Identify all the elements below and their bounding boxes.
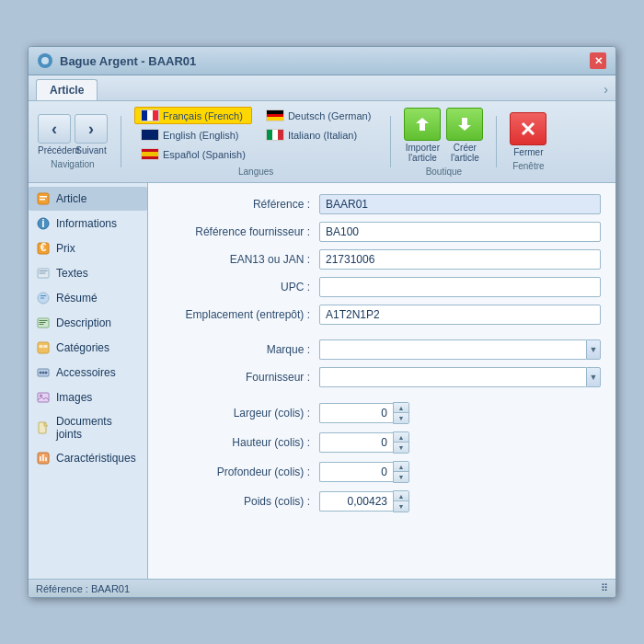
lang-fr-label: Français (French) bbox=[163, 110, 243, 121]
svg-rect-17 bbox=[40, 298, 44, 299]
lang-en-button[interactable]: English (English) bbox=[134, 126, 252, 144]
svg-rect-23 bbox=[40, 345, 43, 348]
close-button[interactable]: Fermer bbox=[510, 112, 546, 157]
sidebar-item-textes[interactable]: Textes bbox=[29, 261, 147, 285]
create-icon bbox=[446, 108, 483, 141]
flag-de-icon bbox=[266, 109, 284, 121]
spacer1 bbox=[163, 332, 601, 339]
marque-dropdown-button[interactable]: ▼ bbox=[586, 339, 601, 360]
svg-rect-6 bbox=[40, 196, 47, 198]
tab-article[interactable]: Article bbox=[36, 79, 98, 100]
toolbar: ‹ › Précédent Suivant Navigation Françai… bbox=[29, 101, 615, 183]
create-button[interactable]: Créerl'article bbox=[446, 108, 483, 163]
sep2 bbox=[390, 116, 391, 167]
svg-point-26 bbox=[40, 372, 42, 374]
nav-buttons: ‹ › bbox=[38, 114, 108, 144]
poids-up-button[interactable]: ▲ bbox=[394, 491, 408, 501]
sidebar-item-resume[interactable]: Résumé bbox=[29, 286, 147, 310]
flag-es-icon bbox=[141, 148, 159, 160]
svg-rect-21 bbox=[40, 324, 44, 325]
sidebar-item-article[interactable]: Article bbox=[29, 187, 147, 211]
sidebar-label-images: Images bbox=[56, 391, 92, 404]
window-title: Bague Argent - BAAR01 bbox=[60, 54, 196, 68]
article-icon bbox=[36, 191, 51, 206]
profondeur-down-button[interactable]: ▼ bbox=[394, 472, 408, 482]
poids-down-button[interactable]: ▼ bbox=[394, 501, 408, 512]
accessoires-icon bbox=[36, 365, 51, 380]
hauteur-input[interactable] bbox=[319, 432, 393, 453]
import-button[interactable]: Importerl'article bbox=[404, 108, 441, 163]
lang-it-button[interactable]: Italiano (Italian) bbox=[259, 126, 377, 144]
profondeur-up-button[interactable]: ▲ bbox=[394, 462, 408, 472]
largeur-up-button[interactable]: ▲ bbox=[394, 403, 408, 413]
largeur-input[interactable] bbox=[319, 403, 393, 423]
lang-es-label: Español (Spanish) bbox=[163, 149, 246, 160]
lang-es-button[interactable]: Español (Spanish) bbox=[134, 145, 252, 163]
status-text: Référence : BAAR01 bbox=[36, 583, 130, 594]
prev-button[interactable]: ‹ bbox=[38, 114, 71, 144]
textes-icon bbox=[36, 266, 51, 281]
sidebar-item-images[interactable]: Images bbox=[29, 385, 147, 409]
marque-label: Marque : bbox=[163, 343, 319, 356]
categories-icon bbox=[36, 340, 51, 355]
largeur-down-button[interactable]: ▼ bbox=[394, 413, 408, 423]
emplacement-label: Emplacement (entrepôt) : bbox=[163, 308, 319, 321]
next-button[interactable]: › bbox=[75, 114, 108, 144]
flag-fr-icon bbox=[141, 109, 159, 121]
emplacement-input[interactable] bbox=[319, 305, 601, 325]
sep1 bbox=[121, 116, 121, 167]
upc-row: UPC : bbox=[163, 277, 601, 297]
profondeur-input[interactable] bbox=[319, 462, 393, 482]
sidebar-item-informations[interactable]: i Informations bbox=[29, 212, 147, 236]
hauteur-spinner: ▲ ▼ bbox=[319, 431, 409, 454]
sidebar-item-documents[interactable]: Documents joints bbox=[29, 410, 147, 445]
sidebar-label-article: Article bbox=[56, 192, 86, 205]
flag-en-icon bbox=[141, 129, 159, 141]
nav-group-label: Navigation bbox=[51, 159, 94, 169]
content-area: Article i Informations € Prix Textes bbox=[29, 183, 615, 579]
poids-row: Poids (colis) : ▲ ▼ bbox=[163, 490, 601, 512]
close-icon bbox=[510, 112, 546, 145]
largeur-label: Largeur (colis) : bbox=[163, 407, 319, 420]
upc-input[interactable] bbox=[319, 277, 601, 297]
tab-scroll-right[interactable]: › bbox=[604, 82, 608, 100]
sidebar-label-textes: Textes bbox=[56, 267, 88, 280]
main-form: Référence : Référence fournisseur : EAN1… bbox=[148, 183, 615, 579]
boutique-buttons: Importerl'article Créerl'article bbox=[404, 108, 483, 163]
prix-icon: € bbox=[36, 241, 51, 256]
svg-rect-19 bbox=[40, 320, 48, 321]
lang-fr-button[interactable]: Français (French) bbox=[134, 107, 252, 124]
fournisseur-dropdown-button[interactable]: ▼ bbox=[586, 367, 601, 387]
sidebar-item-accessoires[interactable]: Accessoires bbox=[29, 361, 147, 385]
profondeur-spinner: ▲ ▼ bbox=[319, 461, 409, 483]
sidebar-item-caracteristiques[interactable]: Caractéristiques bbox=[29, 446, 147, 470]
lang-group-label: Langues bbox=[134, 167, 377, 177]
title-bar: Bague Argent - BAAR01 ✕ bbox=[29, 47, 615, 75]
nav-group: ‹ › Précédent Suivant Navigation bbox=[38, 114, 108, 169]
poids-arrows: ▲ ▼ bbox=[393, 490, 409, 512]
ref-fournisseur-input[interactable] bbox=[319, 222, 601, 242]
main-window: Bague Argent - BAAR01 ✕ Article › ‹ › Pr… bbox=[28, 46, 616, 598]
sidebar-item-categories[interactable]: Catégories bbox=[29, 336, 147, 360]
sidebar-label-categories: Catégories bbox=[56, 341, 109, 354]
poids-input[interactable] bbox=[319, 491, 393, 512]
lang-de-button[interactable]: Deutsch (German) bbox=[259, 107, 377, 124]
marque-input[interactable] bbox=[319, 339, 586, 360]
svg-rect-13 bbox=[40, 270, 48, 271]
import-label: Importerl'article bbox=[406, 143, 440, 163]
sidebar-item-description[interactable]: Description bbox=[29, 311, 147, 335]
hauteur-down-button[interactable]: ▼ bbox=[394, 443, 408, 453]
svg-rect-29 bbox=[38, 393, 49, 402]
window-close-button[interactable]: ✕ bbox=[590, 52, 606, 69]
hauteur-arrows: ▲ ▼ bbox=[393, 431, 409, 454]
fournisseur-dropdown: ▼ bbox=[319, 367, 601, 387]
ean13-input[interactable] bbox=[319, 249, 601, 270]
reference-input[interactable] bbox=[319, 194, 601, 214]
hauteur-label: Hauteur (colis) : bbox=[163, 436, 319, 449]
sidebar-item-prix[interactable]: € Prix bbox=[29, 236, 147, 260]
svg-rect-14 bbox=[40, 273, 46, 274]
ean13-label: EAN13 ou JAN : bbox=[163, 253, 319, 266]
hauteur-up-button[interactable]: ▲ bbox=[394, 432, 408, 443]
lang-col-right: Deutsch (German) Italiano (Italian) bbox=[259, 107, 377, 163]
fournisseur-input[interactable] bbox=[319, 367, 586, 387]
